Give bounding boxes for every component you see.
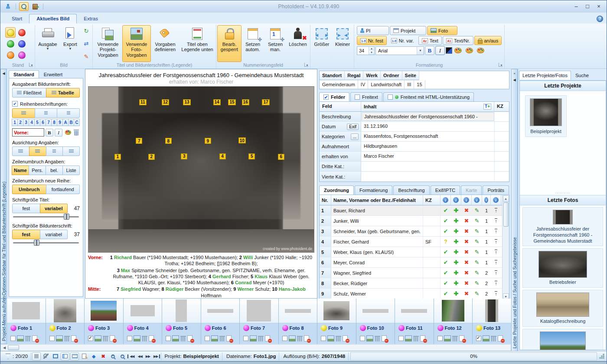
palette-button[interactable] <box>64 128 72 137</box>
location-cell[interactable]: 15 <box>414 80 425 89</box>
resize-grip[interactable] <box>599 353 605 359</box>
edit-icon[interactable]: ✎ <box>472 226 482 236</box>
italic-button[interactable]: I <box>435 46 445 55</box>
image-icon[interactable] <box>483 335 490 341</box>
sidebar-panel-icon[interactable] <box>61 352 69 361</box>
spin-up-icon[interactable]: ▲ <box>369 47 374 51</box>
scroll-up-icon[interactable]: ▲ <box>503 195 509 202</box>
location-cell[interactable]: Gemeinderaum <box>320 80 358 89</box>
image-icon[interactable] <box>211 335 218 341</box>
scrollbar-thumb[interactable] <box>503 202 509 227</box>
align-top-icon[interactable]: ↑ <box>491 247 501 257</box>
panel-splitter[interactable]: ········· <box>520 192 606 195</box>
groesser-button[interactable]: Größer <box>311 25 332 62</box>
add-icon[interactable]: ✚ <box>451 205 461 215</box>
number-marker[interactable]: 10 <box>238 137 246 143</box>
filmstrip-photo-cell[interactable]: Foto 6 <box>201 299 240 344</box>
row-align-center-button[interactable] <box>35 108 58 118</box>
status-icon[interactable]: ✔ <box>441 226 451 236</box>
photo-checkbox[interactable] <box>243 336 248 341</box>
series-button[interactable]: B <box>68 119 74 126</box>
unterschrift-variabel-button[interactable]: variabel <box>40 230 68 239</box>
add-icon[interactable]: ✚ <box>451 268 461 278</box>
trash-icon[interactable] <box>103 335 108 341</box>
font-size-spinner[interactable]: 34▲▼ <box>357 46 375 55</box>
filmstrip-photo-cell[interactable]: Foto 12 <box>434 299 473 344</box>
remove-page-icon[interactable] <box>343 335 348 341</box>
row-label-input[interactable] <box>12 128 44 136</box>
person-name[interactable]: Meyer, Conrad <box>331 257 423 267</box>
photo-checkbox[interactable] <box>282 336 287 341</box>
remove-page-icon[interactable] <box>265 335 270 341</box>
tabelle-button[interactable]: Tabelle <box>46 88 80 98</box>
exit-quick-button[interactable] <box>30 2 40 11</box>
an-aus-button[interactable]: an/aus <box>474 36 502 45</box>
image-icon[interactable] <box>327 335 334 341</box>
remove-icon[interactable]: ✖ <box>461 268 472 278</box>
nav-prev-button[interactable]: ◀◀ <box>136 354 143 358</box>
filmstrip-photo-cell[interactable]: Foto 3 <box>85 299 124 344</box>
align-justify-button[interactable] <box>62 146 80 156</box>
freitext-checkbox[interactable] <box>355 94 360 100</box>
zeilenumbruch-option-button[interactable]: Pers. <box>29 166 46 175</box>
number-marker[interactable]: 7 <box>136 138 142 144</box>
tab-erweitert[interactable]: Erweitert <box>39 70 67 79</box>
trash-icon[interactable] <box>180 335 186 341</box>
person-row[interactable]: 7 Wagner, Siegfried ✔ ✚ ✖ ✎ 2 ↑ <box>320 268 502 278</box>
info-icon[interactable]: i <box>451 195 461 205</box>
slider-thumb[interactable] <box>34 240 39 246</box>
series-button[interactable]: 9 <box>57 119 63 126</box>
clear-markers-icon[interactable]: ✖ <box>99 352 108 361</box>
image-icon[interactable] <box>289 335 296 341</box>
align-top-icon[interactable]: ↑ <box>491 268 501 278</box>
photo-checkbox[interactable] <box>321 336 326 341</box>
remove-icon[interactable]: ✖ <box>461 278 472 288</box>
swap-arrows-icon[interactable]: ⇄ <box>82 40 90 48</box>
filmstrip-photo-cell[interactable]: Foto 11 <box>395 299 434 344</box>
tab-letzte-projekte-fotos[interactable]: Letzte Projekte/Fotos <box>519 71 571 80</box>
image-icon[interactable] <box>56 335 63 341</box>
field-value[interactable] <box>361 172 495 182</box>
field-value[interactable]: Jahresabschlussfeier der Forstgenossensc… <box>362 112 494 121</box>
zuordnung-tab[interactable]: Karte <box>461 185 482 195</box>
trash-icon[interactable] <box>64 335 70 341</box>
status-icon[interactable]: ✔ <box>441 247 451 257</box>
recent-photo-item[interactable]: Soldatenfriedhof <box>522 329 603 350</box>
series-button[interactable]: 2 <box>17 119 23 126</box>
info-icon[interactable]: i <box>482 195 491 205</box>
person-row[interactable]: 2 Junker, Willi ✔ ✚ ✖ ✎ 1 ↑ <box>320 216 502 226</box>
remove-page-icon[interactable] <box>226 335 232 341</box>
tools-icon[interactable] <box>42 352 50 361</box>
person-row[interactable]: 4 Fischer, Gerhard SF ? ✚ ✖ ✎ 1 ↑ <box>320 237 502 247</box>
photo-thumbnail[interactable] <box>247 300 271 322</box>
trash-icon[interactable] <box>142 335 147 341</box>
status-icon[interactable]: ✔ <box>441 289 451 299</box>
edit-icon[interactable]: ✎ <box>472 257 482 267</box>
align-top-icon[interactable]: ↑ <box>491 257 501 267</box>
filmstrip-toggle-icon[interactable] <box>70 352 79 361</box>
zuordnung-tab[interactable]: Porträts <box>483 185 509 195</box>
series-button[interactable]: 4 <box>29 119 35 126</box>
dialog-launcher-icon[interactable] <box>499 63 503 67</box>
tab-felder[interactable]: ✔Felder <box>319 92 349 101</box>
zuordnung-tab[interactable]: Formatierung <box>355 185 392 195</box>
filmstrip-photo-cell[interactable]: Foto 4 <box>124 299 163 344</box>
person-name[interactable]: Junker, Willi <box>331 216 423 226</box>
image-icon[interactable] <box>366 335 373 341</box>
remove-icon[interactable]: ✖ <box>461 247 472 257</box>
loeschen-button[interactable]: ✖Löschen <box>287 25 309 62</box>
bold-button[interactable]: B <box>425 46 434 55</box>
dialog-launcher-icon[interactable] <box>304 63 308 67</box>
tab-standard[interactable]: Standard <box>9 70 39 79</box>
photo-checkbox[interactable] <box>360 336 365 341</box>
field-action-button[interactable]: ... <box>351 133 359 140</box>
person-name[interactable]: Bauer, Richard <box>331 205 423 215</box>
stand-yellow-selected[interactable] <box>5 27 16 38</box>
fortlaufend-button[interactable]: fortlaufend <box>46 185 80 194</box>
ausgabe-button[interactable]: Ausgabe▼ <box>36 25 59 62</box>
photo-thumbnail[interactable] <box>131 305 155 316</box>
photo-checkbox[interactable] <box>476 336 481 341</box>
collapse-left-icon[interactable]: ◀ <box>1 71 6 76</box>
photo-thumbnail[interactable] <box>12 302 40 319</box>
photo-thumbnail[interactable] <box>485 299 498 322</box>
